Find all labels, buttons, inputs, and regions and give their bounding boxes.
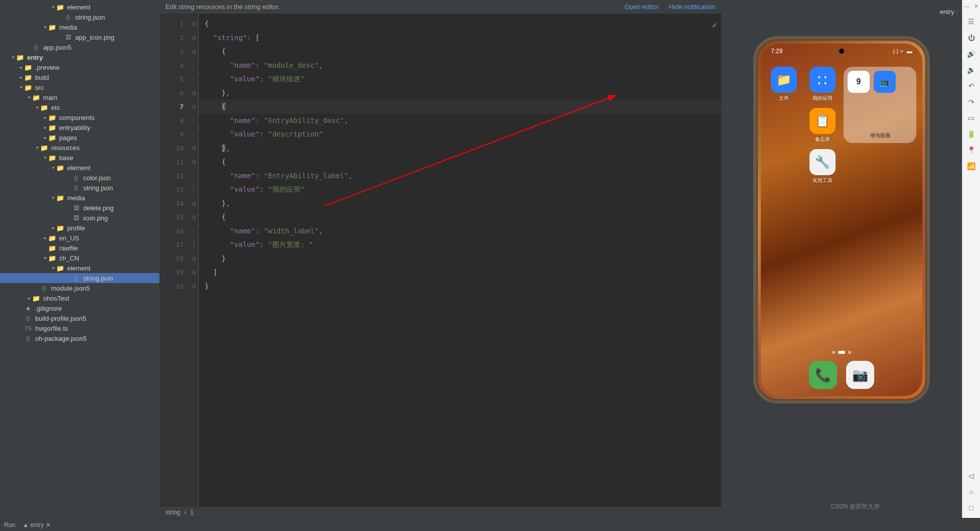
tree-arrow-icon[interactable]: ▾ <box>26 95 32 100</box>
hide-notification-link[interactable]: Hide notification <box>669 3 716 11</box>
tree-item[interactable]: ▸📁profile <box>0 223 159 233</box>
tree-arrow-icon[interactable]: ▾ <box>42 25 48 30</box>
code-line[interactable]: "name": "module_desc", <box>205 59 721 73</box>
battery-icon[interactable]: 🔋 <box>964 127 978 141</box>
code-line[interactable]: }, <box>205 197 721 211</box>
code-area[interactable]: ✔ { "string": [ { "name": "module_desc",… <box>199 14 721 506</box>
tree-item[interactable]: ▾📁src <box>0 82 159 92</box>
tree-item[interactable]: 🖼app_icon.png <box>0 32 159 42</box>
breadcrumb-item[interactable]: 1 <box>190 509 194 516</box>
tree-item[interactable]: {}string.json <box>0 183 159 193</box>
tree-arrow-icon[interactable]: ▸ <box>18 65 24 70</box>
tree-item[interactable]: {}module.json5 <box>0 283 159 293</box>
run-config[interactable]: ▲ entry ✕ <box>23 521 50 528</box>
tree-arrow-icon[interactable]: ▾ <box>50 5 56 10</box>
tree-item[interactable]: ▸📁components <box>0 112 159 122</box>
code-line[interactable]: "string": [ <box>205 31 721 45</box>
tree-item[interactable]: TShvigorfile.ts <box>0 323 159 333</box>
tree-item[interactable]: ▸📁en_US <box>0 233 159 243</box>
code-line[interactable]: "value": "我的应用" <box>205 183 721 197</box>
tree-arrow-icon[interactable]: ▸ <box>50 225 56 230</box>
code-line[interactable]: "name": "EntryAbility_label", <box>205 169 721 183</box>
home-icon[interactable]: ○ <box>964 485 978 499</box>
tree-item[interactable]: ▾📁element <box>0 163 159 173</box>
screenshot-icon[interactable]: ▭ <box>964 111 978 125</box>
code-line[interactable]: "name": "EntryAbility_desc", <box>205 114 721 128</box>
tree-item[interactable]: ▸📁.preview <box>0 62 159 72</box>
tree-item[interactable]: ▸📁pages <box>0 132 159 143</box>
tree-item[interactable]: ▾📁media <box>0 193 159 203</box>
tree-item[interactable]: 📁rawfile <box>0 243 159 253</box>
dock-app[interactable]: 📷 <box>846 361 874 389</box>
rotate-right-icon[interactable]: ↷ <box>964 95 978 109</box>
project-tree[interactable]: ▾📁element{}string.json▾📁media🖼app_icon.p… <box>0 0 159 518</box>
tree-item[interactable]: ◆.gitignore <box>0 303 159 313</box>
menu-icon[interactable]: ☰ <box>964 15 978 29</box>
tree-arrow-icon[interactable]: ▸ <box>26 296 32 301</box>
recents-icon[interactable]: □ <box>964 501 978 515</box>
tree-item[interactable]: {}build-profile.json5 <box>0 313 159 323</box>
rotate-left-icon[interactable]: ↶ <box>964 79 978 93</box>
code-line[interactable]: { <box>205 45 721 59</box>
window-controls[interactable]: —✕ <box>964 3 978 10</box>
dock[interactable]: 📞📷 <box>809 361 874 389</box>
dock-app[interactable]: 📞 <box>809 361 837 389</box>
code-line[interactable]: } <box>205 280 721 294</box>
tree-arrow-icon[interactable]: ▾ <box>42 255 48 260</box>
fold-gutter[interactable]: ⊟⊟⊟││⊟⊟││⊟⊟││⊟⊟││⊟⊟⊟ <box>190 14 199 506</box>
location-icon[interactable]: 📍 <box>964 143 978 157</box>
code-line[interactable]: ] <box>205 266 721 280</box>
app-memo[interactable]: 📋备忘录 <box>805 108 840 143</box>
tree-item[interactable]: ▾📁element <box>0 2 159 12</box>
widget-huawei[interactable]: 9📺 华为应用 <box>844 67 916 143</box>
tree-arrow-icon[interactable]: ▸ <box>18 75 24 80</box>
open-editor-link[interactable]: Open editor <box>625 3 659 11</box>
tree-arrow-icon[interactable]: ▾ <box>18 85 24 90</box>
tree-arrow-icon[interactable]: ▾ <box>50 195 56 200</box>
tree-arrow-icon[interactable]: ▸ <box>42 115 48 120</box>
code-line[interactable]: { <box>205 210 721 224</box>
app-myapp[interactable]: ∷我的应用 <box>805 67 840 102</box>
app-files[interactable]: 📁文件 <box>767 67 801 102</box>
tree-arrow-icon[interactable]: ▾ <box>50 266 56 271</box>
tree-item[interactable]: ▾📁main <box>0 92 159 102</box>
back-icon[interactable]: ◁ <box>964 469 978 483</box>
app-tools[interactable]: 🔧实用工具 <box>805 149 840 184</box>
tree-item[interactable]: ▸📁ohosTest <box>0 293 159 303</box>
home-grid[interactable]: 📁文件 ∷我的应用 9📺 华为应用 📋备忘录 🔧实用工具 <box>761 57 922 194</box>
tree-arrow-icon[interactable]: ▾ <box>34 145 40 150</box>
code-line[interactable]: "name": "width_label", <box>205 224 721 238</box>
wifi-icon[interactable]: 📶 <box>964 159 978 173</box>
tree-arrow-icon[interactable]: ▾ <box>42 155 48 160</box>
breadcrumb[interactable]: string › 1 <box>159 506 721 518</box>
code-line[interactable]: "value": "图片宽度: " <box>205 238 721 252</box>
volume-down-icon[interactable]: 🔉 <box>964 63 978 77</box>
tree-item[interactable]: ▸📁build <box>0 72 159 82</box>
tree-item[interactable]: {}oh-package.json5 <box>0 333 159 343</box>
tree-arrow-icon[interactable]: ▸ <box>42 135 48 140</box>
power-icon[interactable]: ⏻ <box>964 31 978 45</box>
code-line[interactable]: { <box>205 17 721 31</box>
tree-arrow-icon[interactable]: ▸ <box>42 125 48 130</box>
tree-item[interactable]: ▾📁base <box>0 153 159 163</box>
tree-item[interactable]: {}app.json5 <box>0 42 159 52</box>
tree-arrow-icon[interactable]: ▾ <box>50 165 56 170</box>
tree-item[interactable]: {}color.json <box>0 173 159 183</box>
tree-item[interactable]: ▾📁ets <box>0 102 159 112</box>
code-line[interactable]: { <box>205 155 721 169</box>
tree-arrow-icon[interactable]: ▸ <box>42 235 48 240</box>
tree-item[interactable]: ▾📁resources <box>0 143 159 153</box>
tree-item[interactable]: ▸📁entryability <box>0 122 159 132</box>
tree-item[interactable]: ▾📁zh_CN <box>0 253 159 263</box>
code-line[interactable]: }, <box>205 86 721 100</box>
breadcrumb-item[interactable]: string <box>166 509 180 516</box>
volume-up-icon[interactable]: 🔊 <box>964 47 978 61</box>
tree-item[interactable]: 🖼icon.png <box>0 213 159 223</box>
tree-arrow-icon[interactable]: ▾ <box>10 55 16 60</box>
tree-item[interactable]: {}string.json <box>0 12 159 22</box>
tree-item[interactable]: ▾📁entry <box>0 52 159 62</box>
tree-item[interactable]: ▾📁element <box>0 263 159 273</box>
tree-item[interactable]: {}string.json <box>0 273 159 283</box>
device-screen[interactable]: 7:29 ⟨·⟩ ᯤ ▬ 📁文件 ∷我的应用 9📺 华为应用 📋备忘录 🔧实用工… <box>761 44 922 396</box>
code-line[interactable]: "value": "模块描述" <box>205 72 721 86</box>
